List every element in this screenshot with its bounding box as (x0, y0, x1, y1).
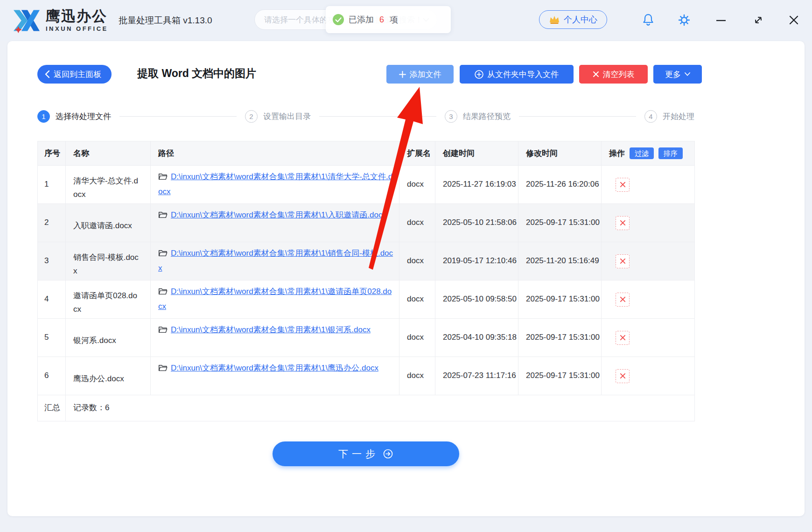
profile-center-label: 个人中心 (564, 14, 597, 25)
minimize-icon (715, 14, 727, 26)
modified-time: 2025-11-26 16:20:06 (518, 166, 602, 204)
col-actions-label: 操作 (609, 148, 625, 159)
created-time: 2025-05-10 09:58:50 (435, 280, 518, 319)
file-table: 序号 名称 路径 扩展名 创建时间 修改时间 操作 过滤 排序 1清华大学-总文… (37, 141, 695, 421)
added-toast: 已添加 6 项 (326, 6, 451, 33)
settings-button[interactable] (677, 13, 691, 27)
modified-time: 2025-09-17 15:31:00 (518, 280, 602, 319)
created-time: 2019-05-17 12:10:46 (435, 242, 518, 280)
step-3-label: 结果路径预览 (463, 111, 511, 122)
col-name: 名称 (66, 141, 151, 166)
col-created: 创建时间 (435, 141, 518, 166)
modified-time: 2025-11-20 15:16:49 (518, 242, 602, 280)
step-1-select-files: 1 选择待处理文件 (37, 110, 111, 123)
maximize-button[interactable] (751, 13, 765, 27)
delete-x-icon (620, 296, 626, 302)
step-connector (319, 116, 436, 117)
delete-row-button[interactable] (616, 293, 630, 307)
delete-row-button[interactable] (616, 178, 630, 192)
file-path-link[interactable]: D:\inxun\文档素材\word素材合集\常用素材\1\清华大学-总文件.d… (158, 172, 392, 196)
file-name: 入职邀请函.docx (66, 204, 151, 242)
filter-button[interactable]: 过滤 (630, 147, 654, 159)
file-extension: docx (399, 319, 435, 357)
delete-row-button[interactable] (616, 216, 630, 230)
row-index: 4 (38, 280, 66, 319)
file-path-cell: D:\inxun\文档素材\word素材合集\常用素材\1\销售合同-模板.do… (151, 242, 399, 280)
file-path-link[interactable]: D:\inxun\文档素材\word素材合集\常用素材\1\销售合同-模板.do… (158, 249, 393, 273)
file-path-link[interactable]: D:\inxun\文档素材\word素材合集\常用素材\1\邀请函单页028.d… (158, 287, 392, 311)
next-step-button[interactable]: 下一步 (273, 441, 459, 466)
import-from-folder-label: 从文件夹中导入文件 (487, 69, 559, 80)
topbar: 鹰迅办公 INXUN OFFICE 批量处理工具箱 v1.13.0 请选择一个具… (0, 0, 812, 41)
import-from-folder-button[interactable]: 从文件夹中导入文件 (460, 65, 574, 84)
file-name: 邀请函单页028.docx (66, 280, 151, 319)
add-file-label: 添加文件 (410, 69, 441, 80)
row-index: 1 (38, 166, 66, 204)
table-row: 6鹰迅办公.docxD:\inxun\文档素材\word素材合集\常用素材\1\… (38, 357, 694, 395)
col-modified: 修改时间 (518, 141, 602, 166)
delete-x-icon (620, 258, 626, 264)
x-icon (593, 71, 599, 77)
folder-icon (158, 364, 168, 372)
toast-text-prefix: 已添加 (349, 14, 374, 25)
summary-row: 汇总 记录数：6 (38, 395, 694, 421)
step-3-number: 3 (445, 110, 457, 123)
file-name: 鹰迅办公.docx (66, 357, 151, 395)
more-label: 更多 (665, 69, 681, 80)
clear-list-button[interactable]: 清空列表 (579, 65, 648, 84)
record-count: 记录数：6 (66, 395, 695, 421)
app-name-en: INXUN OFFICE (46, 25, 108, 32)
table-row: 1清华大学-总文件.docxD:\inxun\文档素材\word素材合集\常用素… (38, 166, 694, 204)
created-time: 2025-11-27 16:19:03 (435, 166, 518, 204)
created-time: 2025-05-10 21:58:06 (435, 204, 518, 242)
step-connector (119, 116, 237, 117)
more-button[interactable]: 更多 (653, 65, 702, 84)
table-row: 5银河系.docxD:\inxun\文档素材\word素材合集\常用素材\1\银… (38, 319, 694, 357)
profile-center-button[interactable]: 个人中心 (539, 10, 607, 29)
row-index: 5 (38, 319, 66, 357)
plus-icon (399, 71, 406, 78)
step-1-number: 1 (37, 110, 50, 123)
step-indicator: 1 选择待处理文件 2 设置输出目录 3 结果路径预览 4 开始处理 (37, 109, 694, 123)
file-extension: docx (399, 242, 435, 280)
col-path: 路径 (151, 141, 399, 166)
file-path-cell: D:\inxun\文档素材\word素材合集\常用素材\1\邀请函单页028.d… (151, 280, 399, 319)
delete-row-button[interactable] (616, 369, 630, 383)
chevron-down-icon (685, 72, 690, 76)
col-actions: 操作 过滤 排序 (602, 141, 695, 166)
back-to-dashboard-label: 返回到主面板 (54, 69, 101, 80)
main-panel: 返回到主面板 提取 Word 文档中的图片 添加文件 从文件夹中导入文件 清空列… (7, 41, 805, 516)
toast-text-suffix: 项 (390, 14, 398, 25)
row-actions (602, 242, 695, 280)
folder-icon (158, 173, 168, 181)
file-path-cell: D:\inxun\文档素材\word素材合集\常用素材\1\清华大学-总文件.d… (151, 166, 399, 204)
table-row: 4邀请函单页028.docxD:\inxun\文档素材\word素材合集\常用素… (38, 280, 694, 319)
chevron-left-icon (45, 70, 50, 78)
minimize-button[interactable] (714, 13, 728, 27)
file-path-cell: D:\inxun\文档素材\word素材合集\常用素材\1\鹰迅办公.docx (151, 357, 399, 395)
file-name: 银河系.docx (66, 319, 151, 357)
table-row: 2入职邀请函.docxD:\inxun\文档素材\word素材合集\常用素材\1… (38, 204, 694, 242)
modified-time: 2025-09-17 15:31:00 (518, 357, 602, 395)
step-4-start: 4 开始处理 (644, 110, 694, 123)
arrow-right-circle-icon (383, 448, 393, 459)
table-header-row: 序号 名称 路径 扩展名 创建时间 修改时间 操作 过滤 排序 (38, 141, 694, 166)
delete-row-button[interactable] (616, 254, 630, 268)
step-2-number: 2 (245, 110, 258, 123)
delete-x-icon (620, 220, 626, 226)
notifications-button[interactable] (641, 13, 655, 27)
back-to-dashboard-button[interactable]: 返回到主面板 (37, 65, 112, 84)
step-1-label: 选择待处理文件 (56, 111, 111, 122)
file-path-link[interactable]: D:\inxun\文档素材\word素材合集\常用素材\1\银河系.docx (171, 325, 371, 334)
toast-count: 6 (378, 15, 385, 25)
close-button[interactable] (787, 13, 801, 27)
close-icon (788, 14, 799, 26)
add-file-button[interactable]: 添加文件 (386, 65, 454, 84)
table-body: 1清华大学-总文件.docxD:\inxun\文档素材\word素材合集\常用素… (38, 166, 694, 395)
step-2-output-dir: 2 设置输出目录 (245, 110, 311, 123)
sort-button[interactable]: 排序 (658, 147, 683, 159)
file-path-link[interactable]: D:\inxun\文档素材\word素材合集\常用素材\1\入职邀请函.docx (171, 210, 386, 219)
delete-row-button[interactable] (616, 331, 630, 345)
file-extension: docx (399, 166, 435, 204)
file-path-link[interactable]: D:\inxun\文档素材\word素材合集\常用素材\1\鹰迅办公.docx (171, 364, 378, 372)
